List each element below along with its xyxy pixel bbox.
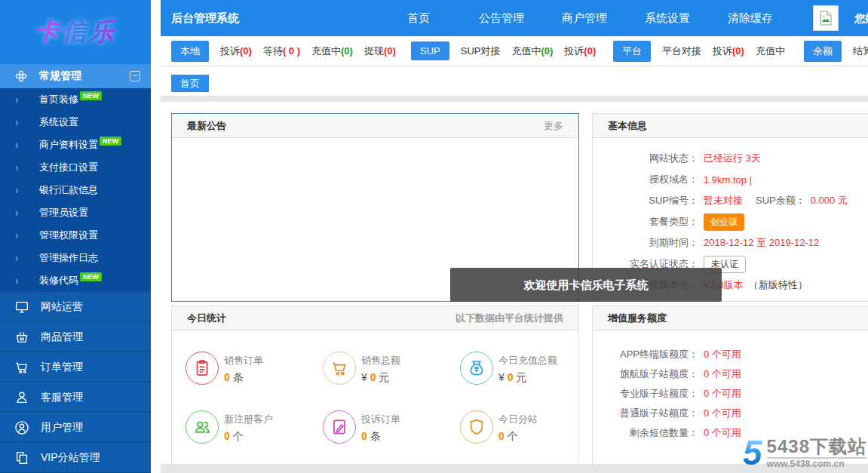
sidebar-submenu-item[interactable]: ›商户资料设置NEW [0,134,151,156]
chevron-right-icon: › [15,94,39,106]
sidebar-sections: 网站运营商品管理订单管理客服管理用户管理VIP分站管理 [0,292,151,473]
plan-badge[interactable]: 创业版 [704,213,744,231]
status-count: ( 0 ) [283,45,300,57]
info-row: 专业版子站额度：0 个可用 [593,384,868,404]
sidebar-item-label: 管理操作日志 [39,251,98,265]
sidebar-section-agent[interactable]: 客服管理 [0,382,151,413]
sidebar-section-monitor[interactable]: 网站运营 [0,292,151,322]
status-item[interactable]: 等待( 0 ) [263,45,300,58]
status-group-2: SUPSUP对接充值中(0)投诉(0) [411,36,596,66]
sidebar-submenu-item[interactable]: ›首页装修NEW [0,88,151,111]
info-value: 0 个可用 [704,426,741,440]
page-title: 后台管理系统 [171,0,239,36]
info-segment: （新版特性） [749,278,808,292]
quota-title: 增值服务额度 [608,312,667,324]
info-label: 到期时间： [593,236,698,250]
top-nav-item-3[interactable]: 商户管理 [543,0,626,36]
chevron-right-icon: › [15,116,39,128]
status-item[interactable]: 充值中 [756,45,785,58]
stat-label: 今日分站 [498,413,538,426]
info-segment: 0 个可用 [704,407,741,420]
sidebar-item-label: 系统设置 [39,115,78,129]
stat-value: 0 条 [361,430,400,444]
info-label: SUP编号： [593,194,698,207]
logo: 卡信乐 [0,0,151,64]
status-count: (0) [384,45,396,57]
status-group-3: 平台平台对接投诉(0)充值中 [613,36,785,66]
info-segment: 0 个可用 [704,387,741,401]
status-item[interactable]: 充值中(0) [311,45,353,58]
top-nav-item-1[interactable]: 首页 [377,0,460,36]
info-label: 普通版子站额度： [593,407,698,420]
logo-text: 卡信乐 [35,15,116,49]
info-segment: 2018-12-12 至 2019-12-12 [704,236,819,250]
today-stats-body: 销售订单0 条销售总额¥ 0 元今日充值总额¥ 0 元新注册客户0 个投诉订单0… [172,330,578,465]
sidebar-submenu-item[interactable]: ›银行汇款信息 [0,179,151,201]
status-badge[interactable]: 本地 [171,41,209,62]
status-item[interactable]: SUP对接 [461,45,501,58]
stat-label: 今日充值总额 [498,354,557,367]
announcements-title: 最新公告 [187,120,226,131]
sidebar-submenu-item[interactable]: ›装修代码NEW [0,269,151,292]
status-item[interactable]: 投诉(0) [564,45,596,58]
info-label: 套餐类型： [593,215,698,229]
sidebar-section-label: 商品管理 [41,330,83,344]
sidebar-group-regular-management[interactable]: 常规管理 − [0,64,151,88]
people-icon [186,410,219,444]
stat-item: 销售总额¥ 0 元 [323,352,400,385]
stat-number: 0 [498,430,505,442]
status-group-4: 余额结算记 [804,36,868,66]
stat-item: 今日分站0 个 [460,410,538,444]
info-value: 暂未对接SUP余额：0.000 元 [704,194,848,207]
stat-text: 今日分站0 个 [498,410,538,444]
top-nav-item-2[interactable]: 公告管理 [460,0,543,36]
info-value: 已经运行 3天 [704,152,761,165]
cart-icon [14,359,30,376]
stat-item: 投诉订单0 条 [323,410,400,444]
top-nav-item-5[interactable]: 清除缓存 [709,0,792,36]
stat-text: 销售订单0 条 [224,352,263,385]
agent-icon [14,389,30,406]
stat-item: 销售订单0 条 [186,352,263,385]
status-item[interactable]: 结算记 [853,45,868,58]
status-item[interactable]: 投诉(0) [220,45,252,58]
collapse-icon[interactable]: − [130,71,140,81]
avatar[interactable] [813,5,839,31]
top-nav: 首页公告管理商户管理系统设置清除缓存 [377,0,792,36]
stat-number: 0 [224,371,230,383]
status-item[interactable]: 平台对接 [662,45,701,58]
sidebar-section-label: 网站运营 [41,300,83,314]
breadcrumb[interactable]: 首页 [171,75,209,92]
chevron-right-icon: › [15,161,39,174]
status-item[interactable]: 投诉(0) [713,45,744,58]
today-stats-title: 今日统计 [187,312,226,324]
watermark-logo: 5 [743,438,762,468]
status-item[interactable]: 提现(0) [364,45,396,58]
sidebar-submenu-item[interactable]: ›管理员设置 [0,201,151,224]
sidebar-section-user-circle[interactable]: 用户管理 [0,413,151,443]
stat-value: 0 个 [498,430,538,444]
sidebar-item-label: 管理员设置 [39,206,88,220]
info-value: 2018-12-12 至 2019-12-12 [704,236,819,250]
sidebar-section-pages[interactable]: VIP分站管理 [0,443,151,473]
sidebar-submenu-item[interactable]: ›管理权限设置 [0,224,151,247]
sidebar-section-basket[interactable]: 商品管理 [0,322,151,352]
sidebar-submenu-item[interactable]: ›系统设置 [0,111,151,134]
status-item[interactable]: 充值中(0) [511,45,553,58]
info-segment: 0 个可用 [704,426,741,440]
info-value: 0 个可用 [704,387,741,401]
more-link[interactable]: 更多 [544,114,563,137]
status-badge[interactable]: 余额 [804,41,842,62]
info-value: 创业版 [704,213,744,231]
status-badge[interactable]: 平台 [613,41,651,62]
status-group-1: 本地投诉(0)等待( 0 )充值中(0)提现(0) [171,36,396,66]
top-nav-item-4[interactable]: 系统设置 [626,0,709,36]
info-row: 授权域名：1.9km.top | [593,169,868,190]
sidebar-submenu-item[interactable]: ›支付接口设置 [0,156,151,179]
chevron-right-icon: › [15,229,39,241]
sidebar-section-cart[interactable]: 订单管理 [0,352,151,382]
status-badge[interactable]: SUP [411,41,449,60]
status-count: (0) [584,45,596,57]
sidebar-submenu-item[interactable]: ›管理操作日志 [0,247,151,269]
chevron-right-icon: › [15,252,39,264]
